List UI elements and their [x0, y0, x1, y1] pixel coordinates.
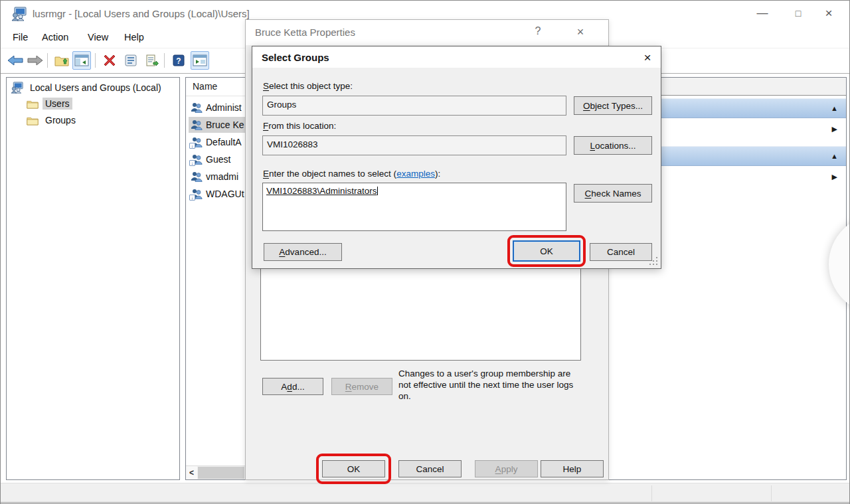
user-name: Guest — [206, 154, 230, 165]
user-name: vmadmi — [206, 171, 238, 182]
close-button[interactable]: × — [813, 1, 844, 26]
resize-grip[interactable] — [648, 256, 657, 265]
properties-cancel-button[interactable]: Cancel — [398, 460, 462, 477]
back-button[interactable] — [6, 51, 25, 70]
select-groups-title: Select Groups — [262, 52, 329, 63]
delete-button[interactable] — [100, 51, 119, 70]
user-icon — [191, 102, 203, 113]
collapse-icon[interactable]: ▲ — [831, 104, 838, 112]
examples-link[interactable]: examples — [396, 169, 435, 179]
user-name: DefaultA — [206, 137, 242, 147]
membership-note: Changes to a user's group membership are… — [398, 368, 583, 402]
account-disabled-badge: ↓ — [189, 160, 195, 166]
object-types-button[interactable]: Object Types... — [574, 96, 652, 115]
computer-users-icon — [11, 82, 24, 94]
help-icon: ? — [173, 54, 185, 66]
user-disabled-icon: ↓ — [191, 154, 203, 165]
add-button[interactable]: Add... — [262, 378, 323, 395]
back-arrow-icon — [7, 55, 23, 66]
menu-help[interactable]: Help — [124, 32, 144, 42]
dialog-close-icon[interactable]: × — [639, 50, 655, 65]
dialog-close-icon[interactable]: × — [572, 25, 588, 39]
toolbar-separator — [95, 53, 96, 68]
show-console-tree-button[interactable] — [72, 51, 91, 70]
menu-action[interactable]: Action — [42, 32, 68, 42]
account-disabled-badge: ↓ — [189, 143, 195, 149]
tree-root-label: Local Users and Groups (Local) — [27, 82, 164, 94]
lusrmgr-window: lusrmgr - [Local Users and Groups (Local… — [0, 0, 850, 504]
forward-arrow-icon — [27, 55, 43, 66]
app-icon — [11, 7, 27, 21]
user-disabled-icon: ↓ — [191, 189, 203, 199]
select-groups-cancel-button[interactable]: Cancel — [590, 243, 652, 261]
list-item-defaultaccount[interactable]: ↓ DefaultA — [189, 134, 244, 150]
list-item-vmadmin[interactable]: vmadmi — [189, 169, 240, 185]
list-item-guest[interactable]: ↓ Guest — [189, 151, 232, 167]
toolbar-separator — [47, 53, 48, 68]
tree-item-users-label: Users — [42, 98, 72, 110]
up-one-level-button[interactable] — [52, 51, 71, 70]
highlight-ring-properties-ok — [316, 454, 391, 484]
user-icon — [191, 120, 203, 130]
status-bar — [1, 483, 849, 503]
collapse-icon[interactable]: ▲ — [831, 152, 838, 160]
advanced-button[interactable]: Advanced... — [264, 243, 342, 261]
expand-icon[interactable]: ▶ — [832, 173, 837, 181]
folder-icon — [27, 116, 39, 126]
list-item-administrator[interactable]: Administ — [189, 100, 244, 116]
export-list-button[interactable] — [143, 51, 161, 70]
object-type-field: Groups — [262, 96, 566, 116]
window-title: lusrmgr - [Local Users and Groups (Local… — [33, 8, 250, 19]
scrollbar-thumb[interactable] — [198, 467, 244, 479]
location-label: From this location: — [263, 121, 336, 131]
console-tree-icon — [74, 54, 89, 66]
user-name: Bruce Ke — [206, 120, 244, 130]
tree-item-users[interactable]: Users — [27, 96, 72, 111]
scroll-left-arrow[interactable]: < — [186, 466, 197, 479]
minimize-button[interactable]: — — [747, 1, 778, 26]
menu-view[interactable]: View — [88, 32, 108, 42]
list-item-wdagutilityaccount[interactable]: ↓ WDAGUt — [189, 186, 246, 202]
folder-up-icon — [54, 54, 69, 66]
check-names-button[interactable]: Check Names — [574, 184, 652, 203]
highlight-ring-select-groups-ok — [507, 235, 586, 267]
properties-dialog-titlebar: Bruce Ketta Properties ? × — [246, 20, 608, 45]
list-item-bruce-ketta[interactable]: Bruce Ke — [189, 117, 246, 133]
status-separator — [651, 485, 652, 501]
maximize-button[interactable]: □ — [783, 1, 813, 26]
properties-apply-button: Apply — [475, 460, 538, 477]
locations-button[interactable]: Locations... — [574, 136, 652, 155]
properties-help-button[interactable]: Help — [541, 460, 604, 477]
forward-button[interactable] — [26, 51, 44, 70]
svg-text:?: ? — [176, 56, 181, 66]
object-type-label: Select this object type: — [263, 81, 353, 91]
select-groups-titlebar: Select Groups × — [252, 46, 661, 68]
tree-root[interactable]: Local Users and Groups (Local) — [11, 80, 164, 95]
user-name: WDAGUt — [206, 189, 244, 199]
user-name: Administ — [206, 102, 242, 113]
properties-dialog-title: Bruce Ketta Properties — [255, 27, 355, 38]
menu-file[interactable]: File — [13, 32, 28, 42]
text-caret — [377, 187, 378, 195]
folder-icon — [27, 99, 39, 109]
delete-x-icon — [104, 54, 116, 66]
show-action-pane-button[interactable] — [191, 51, 209, 70]
action-pane-icon — [193, 54, 207, 66]
user-disabled-icon: ↓ — [191, 137, 203, 147]
toolbar-separator — [164, 53, 165, 68]
properties-icon — [124, 54, 137, 66]
status-separator — [771, 485, 772, 501]
export-list-icon — [145, 54, 159, 66]
select-groups-dialog: Select Groups × Select this object type:… — [252, 46, 661, 269]
dialog-help-icon[interactable]: ? — [530, 25, 546, 37]
tree-item-groups-label: Groups — [42, 114, 78, 126]
expand-icon[interactable]: ▶ — [832, 125, 837, 133]
remove-button: Remove — [331, 378, 392, 395]
location-field: VMI1026883 — [262, 135, 566, 155]
object-names-label: Enter the object names to select (exampl… — [263, 169, 440, 179]
object-names-input[interactable]: VMI1026883\Administrators — [262, 183, 566, 231]
tree-item-groups[interactable]: Groups — [27, 113, 78, 127]
user-icon — [191, 171, 203, 182]
properties-button[interactable] — [122, 51, 140, 70]
help-button[interactable]: ? — [169, 51, 188, 70]
